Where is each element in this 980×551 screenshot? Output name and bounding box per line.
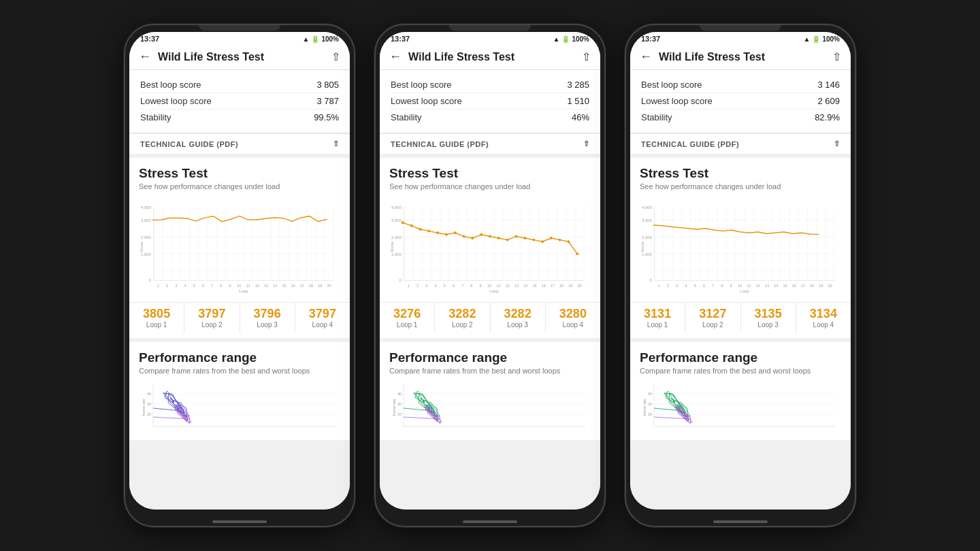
loop-score-number: 3135 <box>742 307 794 321</box>
loop-score-label: Loop 2 <box>186 321 238 329</box>
tech-guide-row[interactable]: TECHNICAL GUIDE (PDF) ⇧ <box>380 133 600 154</box>
svg-point-123 <box>471 237 474 239</box>
loop-score-number: 3282 <box>492 307 544 321</box>
svg-point-131 <box>541 240 544 243</box>
svg-text:13: 13 <box>765 284 769 288</box>
lowest-loop-label: Lowest loop score <box>140 96 212 106</box>
best-loop-label: Best loop score <box>391 80 452 90</box>
perf-chart-svg: 40 30 20 frame rate <box>389 380 591 435</box>
svg-text:15: 15 <box>783 284 787 288</box>
scores-section: Best loop score 3 285 Lowest loop score … <box>380 70 600 132</box>
svg-text:17: 17 <box>551 284 555 288</box>
loop-score-item: 3134 Loop 4 <box>796 303 851 333</box>
phone-phone2: 13:37 ▲ 🔋 100% ← Wild Life Stress Test ⇧… <box>374 24 606 527</box>
loop-score-label: Loop 4 <box>547 321 599 329</box>
svg-text:20: 20 <box>648 412 652 416</box>
svg-text:3: 3 <box>175 284 177 288</box>
best-loop-row: Best loop score 3 805 <box>140 77 339 93</box>
svg-text:11: 11 <box>246 284 250 288</box>
battery-percent: 100% <box>822 35 840 43</box>
svg-point-132 <box>550 237 553 239</box>
svg-text:8: 8 <box>721 284 723 288</box>
home-bar[interactable] <box>463 520 517 523</box>
best-loop-value: 3 146 <box>817 80 840 90</box>
loop-score-label: Loop 3 <box>742 321 794 329</box>
perf-title: Performance range <box>139 350 340 365</box>
home-bar[interactable] <box>713 520 768 523</box>
share-button[interactable]: ⇧ <box>582 50 591 63</box>
svg-text:20: 20 <box>147 412 151 416</box>
tech-guide-label: TECHNICAL GUIDE (PDF) <box>391 140 489 148</box>
svg-text:4: 4 <box>184 284 186 288</box>
loop-score-item: 3282 Loop 2 <box>435 303 490 333</box>
stability-row: Stability 46% <box>391 110 589 125</box>
best-loop-row: Best loop score 3 146 <box>641 77 840 93</box>
svg-point-120 <box>445 233 448 236</box>
tech-guide-share-icon[interactable]: ⇧ <box>333 139 340 148</box>
perf-chart-area: 40 30 20 frame rate <box>139 380 340 435</box>
loop-score-item: 3135 Loop 3 <box>741 303 796 333</box>
loop-score-number: 3797 <box>186 307 238 321</box>
svg-text:16: 16 <box>792 284 796 288</box>
status-bar: 13:37 ▲ 🔋 100% <box>630 32 851 44</box>
content-scroll: Stress Test See how performance changes … <box>380 154 600 510</box>
loop-score-number: 3282 <box>436 307 488 321</box>
time: 13:37 <box>641 35 660 43</box>
stability-value: 99.5% <box>314 112 339 122</box>
svg-text:17: 17 <box>801 284 805 288</box>
loop-score-item: 3131 Loop 1 <box>630 303 685 333</box>
wifi-icon: ▲ <box>303 35 310 43</box>
back-button[interactable]: ← <box>389 50 402 64</box>
tech-guide-share-icon[interactable]: ⇧ <box>834 139 840 148</box>
performance-range-card: Performance range Compare frame rates fr… <box>129 342 350 440</box>
loop-score-item: 3805 Loop 1 <box>129 303 184 333</box>
stability-label: Stability <box>140 112 172 122</box>
svg-text:2: 2 <box>667 284 669 288</box>
share-button[interactable]: ⇧ <box>832 50 841 63</box>
perf-subtitle: Compare frame rates from the best and wo… <box>389 367 591 375</box>
back-button[interactable]: ← <box>139 50 151 64</box>
loop-score-label: Loop 1 <box>381 321 433 329</box>
loop-score-number: 3805 <box>131 307 182 321</box>
home-bar[interactable] <box>212 520 267 523</box>
top-bar: ← Wild Life Stress Test ⇧ <box>630 44 851 70</box>
svg-text:5: 5 <box>444 284 446 288</box>
stress-test-card: Stress Test See how performance changes … <box>380 158 600 338</box>
loop-score-label: Loop 3 <box>242 321 293 329</box>
svg-text:14: 14 <box>523 284 527 288</box>
svg-point-115 <box>402 221 404 224</box>
svg-point-124 <box>480 233 483 236</box>
svg-text:2,000: 2,000 <box>391 235 402 239</box>
stress-chart-area: 4,000 3,000 2,000 1,000 0 12345678910111… <box>640 196 841 298</box>
content-scroll: Stress Test See how performance changes … <box>129 154 350 510</box>
svg-point-135 <box>576 252 578 255</box>
tech-guide-row[interactable]: TECHNICAL GUIDE (PDF) ⇧ <box>129 133 350 154</box>
share-button[interactable]: ⇧ <box>331 50 340 63</box>
svg-text:11: 11 <box>747 284 751 288</box>
performance-range-card: Performance range Compare frame rates fr… <box>630 342 851 440</box>
wifi-icon: ▲ <box>553 35 560 43</box>
svg-text:2: 2 <box>416 284 419 288</box>
time: 13:37 <box>140 35 159 43</box>
svg-text:9: 9 <box>480 284 482 288</box>
lowest-loop-label: Lowest loop score <box>641 96 713 106</box>
page-title: Wild Life Stress Test <box>408 51 575 63</box>
svg-text:3,000: 3,000 <box>642 218 652 222</box>
stress-chart-area: 4,000 3,000 2,000 1,000 0 12345678910111… <box>389 196 591 298</box>
perf-chart-area: 40 30 20 frame rate <box>640 380 841 435</box>
svg-text:20: 20 <box>327 284 331 288</box>
svg-point-130 <box>532 239 535 241</box>
status-bar: 13:37 ▲ 🔋 100% <box>129 32 350 44</box>
perf-chart-svg: 40 30 20 frame rate <box>640 380 841 435</box>
stress-chart-area: 4,000 3,000 2,000 1,000 0 12345678910111… <box>139 196 340 298</box>
tech-guide-share-icon[interactable]: ⇧ <box>583 139 590 148</box>
svg-text:1: 1 <box>658 284 660 288</box>
loop-score-number: 3131 <box>632 307 683 321</box>
svg-text:frame rate: frame rate <box>642 399 647 416</box>
loop-score-number: 3280 <box>547 307 599 321</box>
back-button[interactable]: ← <box>640 50 652 64</box>
stress-chart-svg: 4,000 3,000 2,000 1,000 0 12345678910111… <box>640 196 841 298</box>
svg-text:16: 16 <box>542 284 546 288</box>
scores-section: Best loop score 3 146 Lowest loop score … <box>630 70 851 132</box>
tech-guide-row[interactable]: TECHNICAL GUIDE (PDF) ⇧ <box>630 133 851 154</box>
